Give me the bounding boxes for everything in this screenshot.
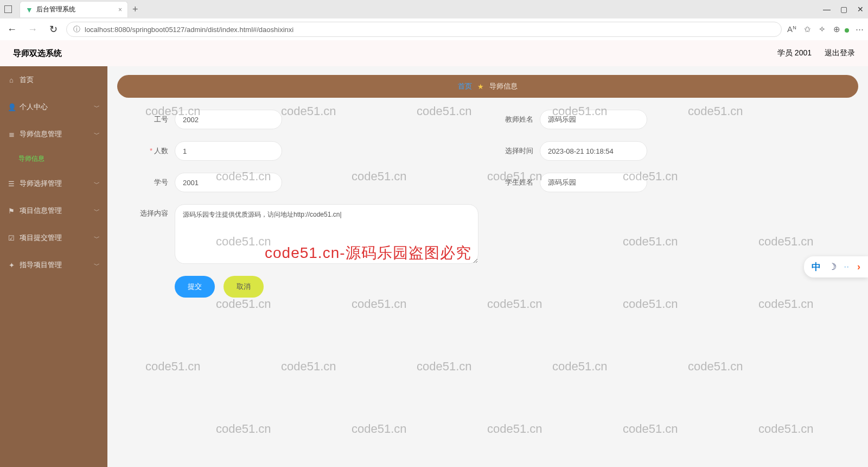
ime-widget[interactable]: 中 ☽ ᐧᐧ › — [804, 256, 868, 277]
user-icon: 👤 — [8, 103, 15, 111]
label-xuanzeshijian: 选择时间 — [499, 146, 533, 156]
main-content: 首页 ★ 导师信息 工号 教师姓名 *人数 — [107, 66, 868, 467]
sidebar-item-label: 首页 — [20, 75, 34, 85]
sidebar-item-label: 个人中心 — [20, 102, 48, 112]
sidebar-item-label: 指导项目管理 — [20, 260, 62, 270]
flag-icon: ⚑ — [8, 207, 15, 215]
sidebar-item-tutor-info[interactable]: ≣导师信息管理 ﹀ — [0, 121, 107, 148]
sidebar-item-profile[interactable]: 👤个人中心 ﹀ — [0, 93, 107, 121]
sidebar-item-home[interactable]: ⌂首页 — [0, 66, 107, 93]
chevron-down-icon: ﹀ — [94, 180, 100, 188]
label-renshu: *人数 — [133, 146, 168, 156]
bars-icon: ☰ — [8, 180, 15, 188]
chevron-down-icon: ﹀ — [94, 207, 100, 215]
minimize-icon[interactable]: — — [823, 5, 831, 14]
chevron-down-icon: ﹀ — [94, 261, 100, 269]
forward-button: → — [25, 24, 40, 35]
app-header: 导师双选系统 学员 2001 退出登录 — [0, 40, 868, 66]
sidebar-item-project-info[interactable]: ⚑项目信息管理 ﹀ — [0, 197, 107, 224]
chevron-down-icon: ﹀ — [94, 130, 100, 138]
input-xuanzeshijian[interactable] — [540, 141, 647, 161]
cancel-button[interactable]: 取消 — [224, 276, 264, 298]
sidebar: ⌂首页 👤个人中心 ﹀ ≣导师信息管理 ﹀ 导师信息 ☰导师选择管理 ﹀ ⚑项目… — [0, 66, 107, 467]
form: 工号 教师姓名 *人数 选择时间 — [117, 110, 858, 298]
tab-title: 后台管理系统 — [36, 5, 75, 14]
label-gonghao: 工号 — [133, 115, 168, 124]
watermark: code51.cn — [352, 297, 407, 311]
breadcrumb-home[interactable]: 首页 — [458, 81, 472, 91]
ime-more-icon[interactable]: ᐧᐧ — [844, 263, 850, 271]
sidebar-item-label: 导师选择管理 — [20, 179, 62, 188]
window-titlebar: ▼ 后台管理系统 × + — ▢ ✕ — [0, 0, 868, 18]
chevron-down-icon: ﹀ — [94, 103, 100, 111]
watermark: code51.cn — [417, 359, 472, 374]
watermark: code51.cn — [487, 422, 542, 436]
browser-tab[interactable]: ▼ 后台管理系统 × — [20, 1, 128, 17]
star-icon: ✦ — [8, 261, 15, 269]
address-bar: ← → ↻ ⓘ localhost:8080/springboot05127/a… — [0, 18, 868, 40]
label-xueshengxingming: 学生姓名 — [499, 178, 533, 187]
watermark: code51.cn — [487, 297, 542, 311]
input-renshu[interactable] — [175, 141, 282, 161]
input-gonghao[interactable] — [175, 110, 282, 129]
logout-link[interactable]: 退出登录 — [825, 48, 855, 58]
watermark: code51.cn — [352, 422, 407, 436]
breadcrumb-current[interactable]: 导师信息 — [489, 81, 518, 91]
watermark: code51.cn — [758, 422, 814, 436]
label-xuehao: 学号 — [133, 178, 168, 187]
moon-icon[interactable]: ☽ — [828, 261, 837, 273]
sidebar-subitem-tutor-info[interactable]: 导师信息 — [0, 148, 107, 170]
list-icon: ≣ — [8, 130, 15, 138]
new-tab-button[interactable]: + — [132, 4, 138, 15]
watermark: code51.cn — [552, 359, 608, 374]
back-button[interactable]: ← — [4, 24, 20, 35]
refresh-button[interactable]: ↻ — [46, 23, 61, 35]
watermark: code51.cn — [216, 422, 271, 436]
sidebar-item-label: 导师信息管理 — [20, 129, 62, 139]
check-icon: ☑ — [8, 234, 15, 242]
close-window-icon[interactable]: ✕ — [857, 5, 864, 14]
url-input[interactable]: ⓘ localhost:8080/springboot05127/admin/d… — [66, 22, 782, 37]
more-icon[interactable]: ⋯ — [856, 24, 864, 34]
app-title: 导师双选系统 — [13, 48, 62, 59]
ime-lang-icon[interactable]: 中 — [812, 261, 821, 273]
url-text: localhost:8080/springboot05127/admin/dis… — [85, 26, 293, 34]
watermark: code51.cn — [216, 297, 271, 311]
input-xueshengxingming[interactable] — [540, 173, 647, 192]
user-label[interactable]: 学员 2001 — [777, 48, 812, 58]
sidebar-item-label: 项目信息管理 — [20, 206, 62, 216]
input-jiaoshixingming[interactable] — [540, 110, 647, 129]
watermark: code51.cn — [623, 297, 678, 311]
sidebar-toggle-icon[interactable] — [4, 5, 12, 13]
tab-close-icon[interactable]: × — [118, 6, 122, 14]
sidebar-item-tutor-select[interactable]: ☰导师选择管理 ﹀ — [0, 170, 107, 197]
favicon-vue-icon: ▼ — [25, 5, 33, 14]
input-xuehao[interactable] — [175, 173, 282, 192]
sidebar-item-guide-project[interactable]: ✦指导项目管理 ﹀ — [0, 251, 107, 279]
label-xuanzeneirong: 选择内容 — [133, 204, 168, 218]
watermark: code51.cn — [688, 359, 743, 374]
watermark: code51.cn — [145, 359, 201, 374]
site-info-icon[interactable]: ⓘ — [73, 24, 80, 34]
label-jiaoshixingming: 教师姓名 — [499, 115, 533, 124]
breadcrumb: 首页 ★ 导师信息 — [117, 75, 858, 98]
reading-list-icon[interactable]: ✧ — [819, 24, 826, 34]
sidebar-item-label: 项目提交管理 — [20, 233, 62, 243]
ime-expand-icon[interactable]: › — [857, 261, 860, 273]
sidebar-item-project-submit[interactable]: ☑项目提交管理 ﹀ — [0, 224, 107, 251]
favorites-icon[interactable]: ✩ — [804, 24, 811, 34]
read-aloud-icon[interactable]: Aᴺ — [787, 24, 796, 34]
home-icon: ⌂ — [8, 76, 15, 84]
star-icon: ★ — [477, 83, 484, 91]
textarea-xuanzeneirong[interactable] — [175, 204, 478, 264]
collections-icon[interactable]: ⊕ — [833, 24, 840, 34]
watermark: code51.cn — [623, 422, 678, 436]
watermark: code51.cn — [281, 359, 336, 374]
watermark: code51.cn — [758, 297, 814, 311]
maximize-icon[interactable]: ▢ — [840, 5, 847, 14]
chevron-down-icon: ﹀ — [94, 234, 100, 242]
submit-button[interactable]: 提交 — [175, 276, 215, 298]
